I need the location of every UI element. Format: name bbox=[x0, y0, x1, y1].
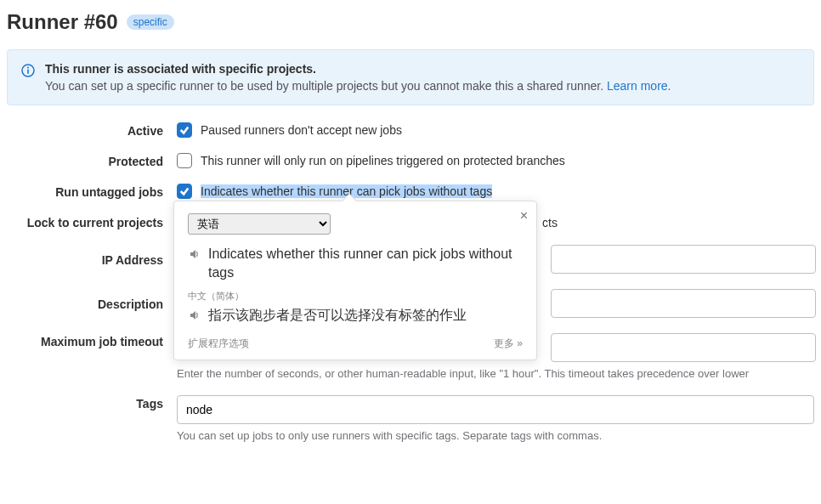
page-title: Runner #60 specific bbox=[7, 10, 814, 34]
title-text: Runner #60 bbox=[7, 10, 118, 34]
translation-tooltip: × 英语 Indicates whether this runner can p… bbox=[173, 201, 537, 360]
active-checkbox[interactable] bbox=[177, 122, 192, 138]
runner-type-badge: specific bbox=[127, 14, 174, 30]
protected-label: Protected bbox=[7, 153, 177, 168]
tags-help: You can set up jobs to only use runners … bbox=[177, 429, 814, 442]
svg-rect-2 bbox=[27, 70, 29, 75]
learn-more-link[interactable]: Learn more. bbox=[607, 79, 671, 93]
speaker-icon[interactable] bbox=[188, 247, 201, 263]
tooltip-close-button[interactable]: × bbox=[520, 208, 528, 224]
source-text: Indicates whether this runner can pick j… bbox=[208, 245, 523, 283]
timeout-label: Maximum job timeout bbox=[7, 333, 177, 348]
ip-input[interactable] bbox=[551, 245, 816, 274]
more-link[interactable]: 更多 » bbox=[494, 337, 523, 351]
untagged-checkbox[interactable] bbox=[177, 184, 192, 199]
extension-options-link[interactable]: 扩展程序选项 bbox=[188, 337, 249, 351]
description-input[interactable] bbox=[551, 289, 816, 318]
svg-point-1 bbox=[27, 67, 29, 69]
active-description: Paused runners don't accept new jobs bbox=[201, 123, 402, 137]
lock-description-partial: cts bbox=[542, 214, 558, 229]
tags-label: Tags bbox=[7, 395, 177, 411]
untagged-label: Run untagged jobs bbox=[7, 184, 177, 199]
info-banner: This runner is associated with specific … bbox=[7, 49, 814, 105]
target-lang-label: 中文（简体） bbox=[188, 290, 523, 303]
description-label: Description bbox=[7, 296, 177, 311]
timeout-help: Enter the number of seconds, or other hu… bbox=[177, 367, 816, 380]
target-text: 指示该跑步者是否可以选择没有标签的作业 bbox=[208, 306, 467, 325]
timeout-input[interactable] bbox=[551, 333, 816, 362]
banner-title: This runner is associated with specific … bbox=[45, 62, 800, 76]
protected-description: This runner will only run on pipelines t… bbox=[201, 154, 565, 167]
banner-text: You can set up a specific runner to be u… bbox=[45, 79, 800, 93]
language-select[interactable]: 英语 bbox=[188, 213, 331, 235]
tags-input[interactable] bbox=[177, 395, 814, 424]
ip-label: IP Address bbox=[7, 252, 177, 267]
speaker-icon[interactable] bbox=[188, 309, 201, 325]
active-label: Active bbox=[7, 122, 177, 138]
info-icon bbox=[21, 64, 35, 93]
lock-label: Lock to current projects bbox=[7, 214, 177, 229]
protected-checkbox[interactable] bbox=[177, 153, 192, 168]
